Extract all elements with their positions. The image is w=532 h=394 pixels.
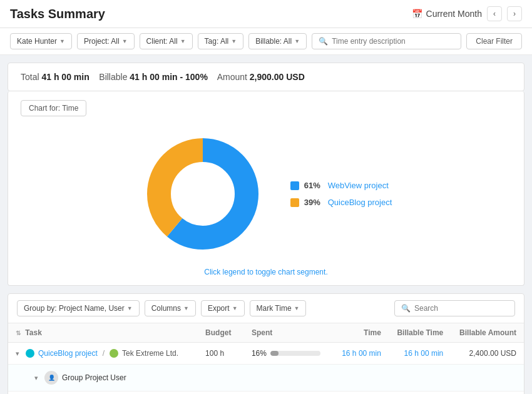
description-search-wrap: 🔍 <box>312 33 461 49</box>
project-filter-button[interactable]: Project: All ▼ <box>77 33 135 49</box>
export-button[interactable]: Export ▼ <box>201 300 245 316</box>
chart-for-button[interactable]: Chart for: Time <box>21 100 86 116</box>
legend-dot-webview <box>290 181 299 190</box>
quiceblog-project-name[interactable]: QuiceBlog project <box>38 349 98 358</box>
chart-hint: Click legend to toggle chart segment. <box>21 268 511 276</box>
clear-filter-button[interactable]: Clear Filter <box>466 33 522 49</box>
prev-period-button[interactable]: ‹ <box>487 6 502 21</box>
billable-filter-chevron: ▼ <box>294 38 300 44</box>
table-search-wrap: 🔍 <box>394 300 515 316</box>
current-month-label: 📅 Current Month <box>412 9 482 19</box>
quiceblog-budget-cell: 100 h <box>198 343 244 365</box>
table-header-row: ⇅ Task Budget Spent Time Billable Time <box>8 323 524 343</box>
client-filter-label: Client: All <box>146 37 178 46</box>
user-filter-button[interactable]: Kate Hunter ▼ <box>10 33 72 49</box>
table-row: ▾ 👤 Group Project User <box>8 365 524 391</box>
columns-label: Columns <box>151 304 181 313</box>
description-search-input[interactable] <box>332 37 454 46</box>
total-label: Total <box>21 72 39 82</box>
billable-value: 41 h 00 min - 100% <box>130 72 208 82</box>
mark-time-button[interactable]: Mark Time ▼ <box>250 300 307 316</box>
quiceblog-progress-bar <box>270 351 279 356</box>
webview-billable-time-cell: 25 h 00 min <box>389 391 451 395</box>
amount-label: Amount <box>217 72 247 82</box>
quiceblog-spent-cell: 16% <box>244 343 334 365</box>
mark-time-chevron: ▼ <box>294 305 300 311</box>
header: Tasks Summary 📅 Current Month ‹ › <box>0 0 532 28</box>
quiceblog-billable-time-val[interactable]: 16 h 00 min <box>404 349 444 358</box>
table-row: ▾ QuiceBlog project / Tek Extreme Ltd. 1… <box>8 343 524 365</box>
table-row: ▾ WebView project / Foundary Line Corp. … <box>8 391 524 395</box>
page: Tasks Summary 📅 Current Month ‹ › Kate H… <box>0 0 532 394</box>
mark-time-label: Mark Time <box>257 304 292 313</box>
tag-filter-button[interactable]: Tag: All ▼ <box>198 33 244 49</box>
webview-amount-cell: 500.00 USD <box>451 391 524 395</box>
chart-container: 61% 39% 61% WebView project 39% QuiceBlo… <box>21 125 511 263</box>
col-billable-amount: Billable Amount <box>451 323 524 343</box>
client-filter-button[interactable]: Client: All ▼ <box>140 33 193 49</box>
col-spent: Spent <box>244 323 334 343</box>
total-value: 41 h 00 min <box>41 72 89 82</box>
svg-text:39%: 39% <box>175 183 191 193</box>
chart-section: Chart for: Time 61% 39% <box>8 91 524 286</box>
export-chevron: ▼ <box>232 305 238 311</box>
columns-chevron: ▼ <box>183 305 189 311</box>
summary-section: Total 41 h 00 min Billable 41 h 00 min -… <box>8 63 524 91</box>
group-by-label: Group by: Project Name, User <box>24 304 125 313</box>
legend-item-webview[interactable]: 61% WebView project <box>290 181 392 190</box>
legend-pct-quiceblog: 39% <box>304 198 323 207</box>
legend-name-webview: WebView project <box>328 181 389 190</box>
header-right: 📅 Current Month ‹ › <box>412 6 522 21</box>
legend-pct-webview: 61% <box>304 181 323 190</box>
sort-icon-task: ⇅ <box>16 330 21 336</box>
quiceblog-task-cell: ▾ QuiceBlog project / Tek Extreme Ltd. <box>8 343 198 365</box>
table-search-input[interactable] <box>414 304 508 313</box>
chart-legend: 61% WebView project 39% QuiceBlog projec… <box>290 181 392 207</box>
quiceblog-spent-pct: 16% <box>252 349 267 358</box>
quiceblog-amount-cell: 2,400.00 USD <box>451 343 524 365</box>
webview-time-cell: 25 h 00 min <box>334 391 389 395</box>
user-avatar-quiceblog: 👤 <box>44 371 58 385</box>
quiceblog-client-name: Tek Extreme Ltd. <box>122 349 178 358</box>
user-filter-label: Kate Hunter <box>17 37 57 46</box>
table-toolbar: Group by: Project Name, User ▼ Columns ▼… <box>8 294 524 323</box>
calendar-icon: 📅 <box>412 9 422 19</box>
svg-text:61%: 61% <box>212 193 228 202</box>
col-budget: Budget <box>198 323 244 343</box>
col-task: ⇅ Task <box>8 323 198 343</box>
next-period-button[interactable]: › <box>507 6 522 21</box>
data-table: ⇅ Task Budget Spent Time Billable Time <box>8 323 524 394</box>
quiceblog-client-dot <box>110 349 118 358</box>
quiceblog-billable-time-cell: 16 h 00 min <box>389 343 451 365</box>
webview-spent-cell: 100% <box>244 391 334 395</box>
expand-icon-quiceblog-user[interactable]: ▾ <box>34 374 38 382</box>
quiceblog-time-val[interactable]: 16 h 00 min <box>342 349 381 358</box>
legend-name-quiceblog: QuiceBlog project <box>328 198 392 207</box>
donut-chart: 61% 39% <box>140 131 265 256</box>
columns-button[interactable]: Columns ▼ <box>145 300 196 316</box>
user-filter-chevron: ▼ <box>59 38 65 44</box>
page-title: Tasks Summary <box>10 7 105 21</box>
group-by-chevron: ▼ <box>127 305 133 311</box>
billable-filter-label: Billable: All <box>255 37 292 46</box>
tag-filter-chevron: ▼ <box>231 38 237 44</box>
table-section: Group by: Project Name, User ▼ Columns ▼… <box>8 293 524 394</box>
period-label: Current Month <box>426 9 482 19</box>
client-filter-chevron: ▼ <box>180 38 186 44</box>
billable-filter-button[interactable]: Billable: All ▼ <box>248 33 307 49</box>
webview-budget-cell: 500 USD <box>198 391 244 395</box>
legend-item-quiceblog[interactable]: 39% QuiceBlog project <box>290 198 392 207</box>
expand-icon-quiceblog[interactable]: ▾ <box>16 350 19 358</box>
tag-filter-label: Tag: All <box>205 37 229 46</box>
quiceblog-amount-val: 2,400.00 USD <box>469 349 516 358</box>
quiceblog-group-user-label: Group Project User <box>62 373 126 382</box>
description-search-icon: 🔍 <box>319 37 328 46</box>
col-billable-time: Billable Time <box>389 323 451 343</box>
summary-text: Total 41 h 00 min Billable 41 h 00 min -… <box>21 72 305 82</box>
quiceblog-project-dot <box>26 349 34 358</box>
quiceblog-subrow-cell: ▾ 👤 Group Project User <box>8 365 524 391</box>
group-by-button[interactable]: Group by: Project Name, User ▼ <box>17 300 140 316</box>
filter-bar: Kate Hunter ▼ Project: All ▼ Client: All… <box>0 28 532 55</box>
project-filter-label: Project: All <box>84 37 120 46</box>
quiceblog-budget-val: 100 h <box>205 349 224 358</box>
